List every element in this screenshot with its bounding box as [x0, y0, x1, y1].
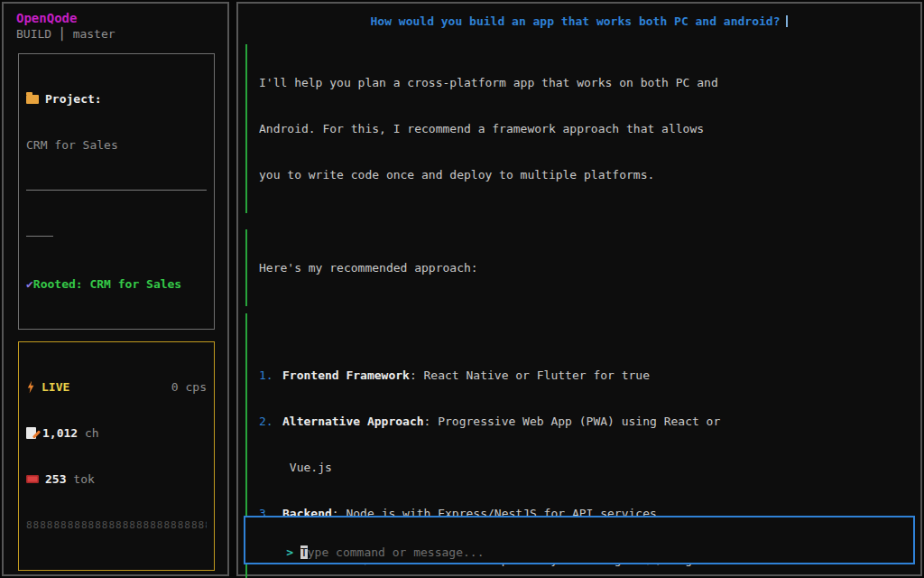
assistant-message-intro: I'll help you plan a cross-platform app … [245, 44, 910, 213]
divider-short [26, 236, 53, 237]
project-name: CRM for Sales [26, 137, 207, 153]
message-line: Here's my recommended approach: [259, 260, 910, 275]
command-input[interactable]: > Type command or message... [244, 516, 915, 564]
rooted-status-row: ✔Rooted: CRM for Sales [26, 276, 207, 292]
input-block-cursor: T [300, 545, 308, 559]
check-icon: ✔ [26, 277, 33, 291]
project-label-row: Project: [26, 91, 207, 107]
folder-icon [26, 95, 39, 104]
message-line: you to write code once and deploy to mul… [259, 167, 910, 182]
ticket-icon [26, 475, 39, 483]
memo-icon [26, 427, 36, 439]
list-item: 2.Alternative Approach: Progressive Web … [259, 414, 910, 429]
live-label: LIVE [42, 379, 69, 395]
chars-row: 1,012 ch [26, 425, 207, 441]
char-unit: ch [78, 425, 98, 441]
cps-counter: 0 cps [171, 379, 207, 395]
activity-sparkline: 88888888888888888888888888888888888888… [26, 517, 207, 533]
mode-branch-line: BUILD │ master [16, 26, 227, 42]
build-mode-label: BUILD [16, 27, 51, 41]
divider [26, 190, 207, 191]
assistant-message-approach-heading: Here's my recommended approach: [245, 229, 910, 306]
char-count: 1,012 [42, 425, 78, 441]
tokens-row: 253 tok [26, 471, 207, 487]
list-item: 1.Frontend Framework: React Native or Fl… [259, 368, 910, 383]
rooted-status: Rooted: CRM for Sales [33, 277, 181, 291]
message-line: Android. For this, I recommend a framewo… [259, 121, 910, 136]
text-cursor [786, 15, 788, 27]
message-line: I'll help you plan a cross-platform app … [259, 75, 910, 90]
live-status-row: LIVE 0 cps [26, 379, 207, 395]
app-title: OpenQode [16, 11, 227, 26]
input-placeholder: ype command or message... [308, 545, 485, 559]
list-number: 1. [259, 368, 282, 383]
token-count: 253 [45, 471, 66, 487]
live-stats-box: LIVE 0 cps 1,012 ch 253 tok 888888888888… [18, 341, 215, 571]
sidebar-panel: OpenQode BUILD │ master Project: CRM for… [2, 2, 229, 576]
separator: │ [59, 27, 66, 41]
lightning-icon [26, 381, 35, 394]
list-number: 2. [259, 414, 282, 429]
token-unit: tok [66, 471, 94, 487]
project-label: Project: [45, 91, 102, 107]
git-branch-label: master [73, 27, 116, 41]
project-box: Project: CRM for Sales ✔Rooted: CRM for … [18, 53, 215, 330]
prompt-icon: > [286, 545, 300, 559]
user-question: How would you build an app that works bo… [238, 14, 920, 29]
chat-panel: How would you build an app that works bo… [236, 2, 922, 576]
list-item-wrap: Vue.js [282, 460, 910, 475]
